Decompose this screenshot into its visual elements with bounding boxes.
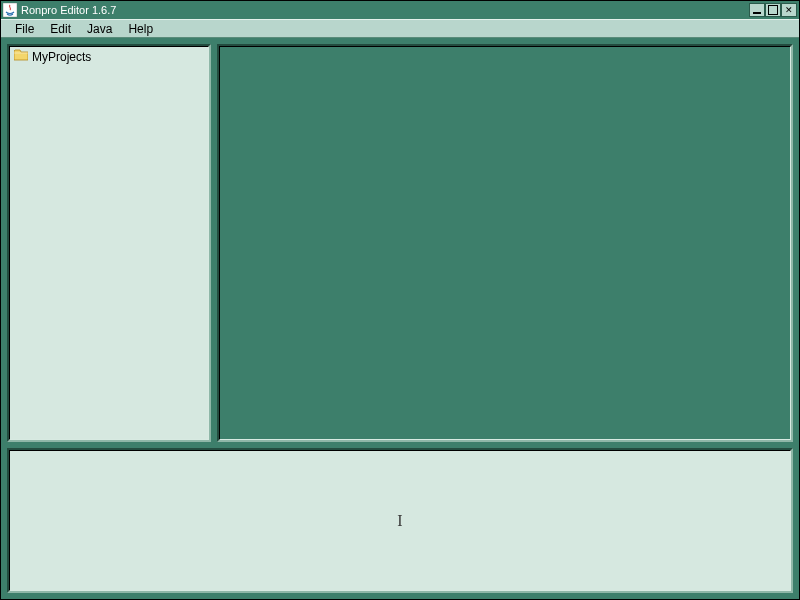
- editor-panel: [217, 44, 793, 442]
- console-panel: I: [7, 448, 793, 593]
- window-controls: [749, 3, 797, 17]
- menu-help[interactable]: Help: [120, 20, 161, 38]
- project-tree-panel: MyProjects: [7, 44, 211, 442]
- menubar: File Edit Java Help: [1, 19, 799, 38]
- java-app-icon: [3, 3, 17, 17]
- tree-root-label: MyProjects: [32, 50, 91, 64]
- titlebar[interactable]: Ronpro Editor 1.6.7: [1, 1, 799, 19]
- menu-edit[interactable]: Edit: [42, 20, 79, 38]
- maximize-button[interactable]: [765, 3, 781, 17]
- menu-file[interactable]: File: [7, 20, 42, 38]
- editor-area[interactable]: [220, 47, 790, 439]
- menu-java[interactable]: Java: [79, 20, 120, 38]
- project-tree[interactable]: MyProjects: [10, 47, 208, 439]
- text-cursor-icon: I: [397, 512, 402, 530]
- top-row: MyProjects: [7, 44, 793, 442]
- client-area: MyProjects I: [1, 38, 799, 599]
- tree-root-item[interactable]: MyProjects: [10, 47, 208, 66]
- console-area[interactable]: I: [10, 451, 790, 590]
- folder-icon: [14, 49, 28, 64]
- app-window: Ronpro Editor 1.6.7 File Edit Java Help: [0, 0, 800, 600]
- close-button[interactable]: [781, 3, 797, 17]
- minimize-button[interactable]: [749, 3, 765, 17]
- window-title: Ronpro Editor 1.6.7: [21, 4, 749, 16]
